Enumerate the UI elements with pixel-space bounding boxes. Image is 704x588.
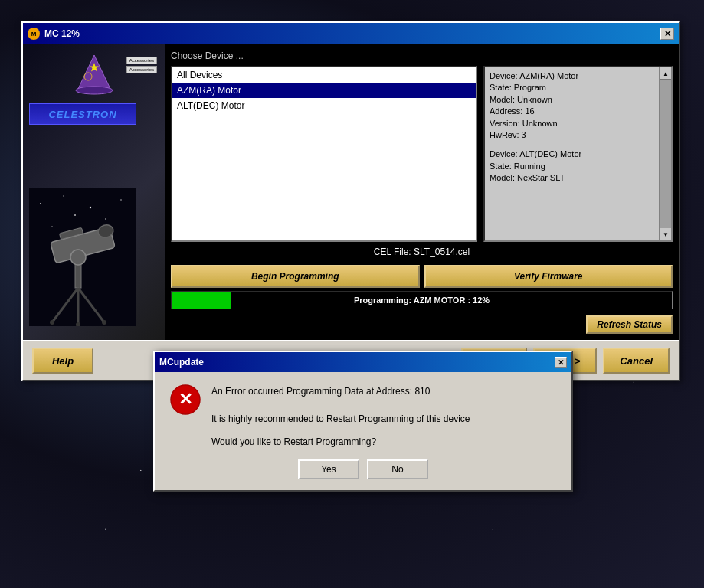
window-content: Accessories Accessories CELESTRON: [23, 44, 679, 340]
yes-button[interactable]: Yes: [298, 459, 359, 479]
begin-programming-button[interactable]: Begin Programming: [171, 265, 420, 288]
verify-firmware-button[interactable]: Verify Firmware: [424, 265, 673, 288]
small-label-2: Accessories: [126, 66, 157, 74]
dialog-buttons: Yes No: [170, 459, 556, 479]
device2-info: Device: ALT(DEC) Motor State: Running Mo…: [490, 149, 666, 184]
scrollbar-track: [660, 80, 671, 228]
dialog-body: ✕ An Error occurred Programming Data at …: [155, 372, 571, 490]
dialog-title-text: MCupdate: [159, 357, 550, 368]
action-buttons: Begin Programming Verify Firmware: [171, 265, 673, 288]
progress-container: Programming: AZM MOTOR : 12%: [171, 291, 673, 309]
cel-file-info: CEL File: SLT_0514.cel: [171, 247, 673, 257]
left-panel: Accessories Accessories CELESTRON: [23, 44, 165, 340]
dialog-message-row: ✕ An Error occurred Programming Data at …: [170, 384, 556, 426]
wizard-hat-icon: [71, 54, 117, 96]
svg-point-8: [63, 195, 64, 197]
device1-info: Device: AZM(RA) Motor State: Program Mod…: [490, 70, 666, 141]
right-content: Choose Device ... All Devices AZM(RA) Mo…: [165, 44, 679, 340]
device2-name: Device: ALT(DEC) Motor: [490, 149, 666, 160]
telescope-image: Accessories Accessories CELESTRON: [23, 44, 165, 340]
celestron-logo: CELESTRON: [29, 103, 136, 125]
telescope-svg: [29, 188, 136, 326]
device2-model: Model: NexStar SLT: [490, 172, 666, 184]
svg-point-11: [105, 218, 106, 220]
dialog-question: Would you like to Restart Programming?: [170, 436, 556, 447]
device1-state: State: Program: [490, 82, 666, 93]
device-list-item-alt[interactable]: ALT(DEC) Motor: [172, 98, 476, 113]
scrollbar-down-btn[interactable]: ▼: [660, 228, 672, 240]
svg-point-7: [40, 203, 41, 204]
device2-state: State: Running: [490, 161, 666, 172]
device1-model: Model: Unknown: [490, 94, 666, 106]
small-labels: Accessories Accessories: [126, 57, 157, 74]
celestron-text: CELESTRON: [48, 109, 116, 120]
svg-point-24: [70, 250, 86, 265]
progress-text: Programming: AZM MOTOR : 12%: [172, 296, 672, 305]
svg-point-12: [51, 226, 53, 227]
dialog-message-text: An Error occurred Programming Data at Ad…: [211, 384, 470, 426]
svg-point-23: [102, 320, 106, 325]
dialog-close-button[interactable]: ✕: [555, 357, 567, 368]
main-title-text: MC 12%: [44, 28, 656, 39]
device-list-container: All Devices AZM(RA) Motor ALT(DEC) Motor…: [171, 66, 673, 242]
svg-point-9: [90, 207, 91, 208]
svg-point-3: [76, 87, 113, 94]
svg-point-21: [50, 320, 54, 325]
device-list-item-all[interactable]: All Devices: [172, 67, 476, 83]
telescope-body: [29, 126, 136, 334]
svg-marker-2: [77, 55, 111, 90]
svg-point-10: [120, 199, 122, 201]
device1-address: Address: 16: [490, 106, 666, 117]
choose-device-label: Choose Device ...: [171, 51, 673, 61]
error-icon: ✕: [170, 384, 201, 415]
dialog-title-bar: MCupdate ✕: [155, 352, 571, 372]
app-icon: M: [28, 28, 40, 40]
no-button[interactable]: No: [367, 459, 428, 479]
main-title-bar: M MC 12% ✕: [23, 23, 679, 44]
refresh-status-button[interactable]: Refresh Status: [586, 315, 673, 334]
device-list[interactable]: All Devices AZM(RA) Motor ALT(DEC) Motor: [171, 66, 477, 242]
mcupdate-dialog: MCupdate ✕ ✕ An Error occurred Programmi…: [153, 351, 573, 492]
svg-text:✕: ✕: [178, 390, 192, 409]
error-line1: An Error occurred Programming Data at Ad…: [211, 384, 470, 398]
device1-version: Version: Unknown: [490, 118, 666, 129]
help-button[interactable]: Help: [32, 348, 93, 374]
device-info-panel: Device: AZM(RA) Motor State: Program Mod…: [483, 66, 673, 242]
scrollbar-up-btn[interactable]: ▲: [660, 67, 672, 80]
svg-point-13: [74, 214, 76, 216]
device-list-item-azm[interactable]: AZM(RA) Motor: [172, 83, 476, 98]
svg-text:M: M: [31, 31, 37, 38]
error-line2: It is highly recommended to Restart Prog…: [211, 412, 470, 426]
main-close-button[interactable]: ✕: [660, 28, 674, 40]
device-info-scrollbar[interactable]: ▲ ▼: [659, 67, 671, 240]
cancel-button[interactable]: Cancel: [603, 348, 670, 374]
device1-name: Device: AZM(RA) Motor: [490, 70, 666, 82]
main-window: M MC 12% ✕: [21, 21, 680, 381]
device1-hwrev: HwRev: 3: [490, 129, 666, 141]
small-label-1: Accessories: [126, 57, 157, 64]
